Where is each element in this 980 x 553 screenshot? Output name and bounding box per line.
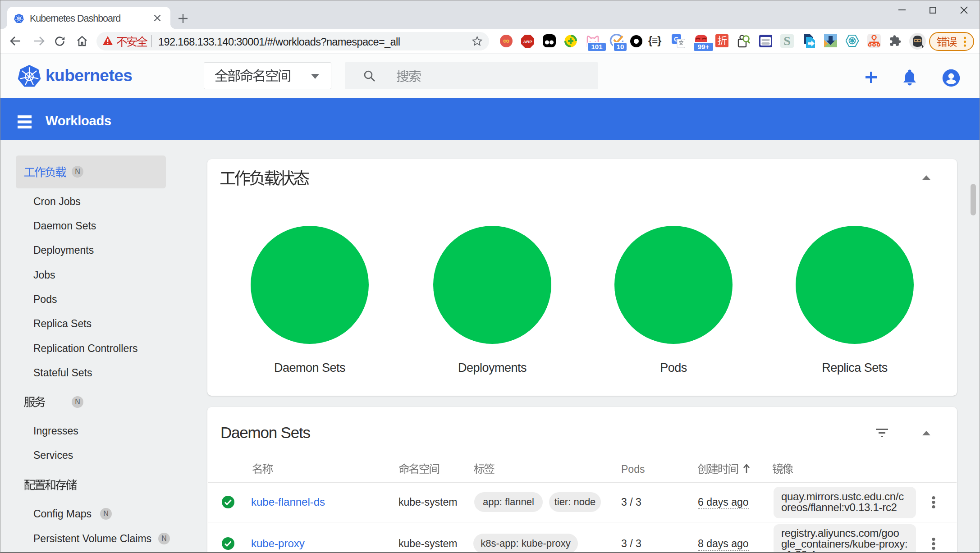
svg-text:ABP: ABP (523, 39, 532, 44)
